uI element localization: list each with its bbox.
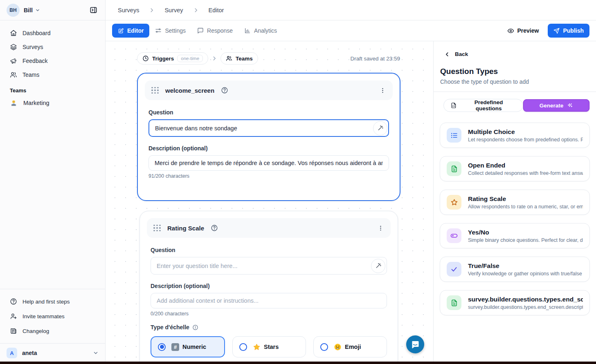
sidebar-item-label: Invite teammates <box>22 313 65 319</box>
question-type-multiple-choice[interactable]: Multiple Choice Let respondents choose f… <box>440 123 590 148</box>
preview-button[interactable]: Preview <box>507 27 539 34</box>
sidebar-item-feedback[interactable]: Feedback <box>4 54 101 68</box>
sidebar-item-label: Changelog <box>22 328 49 334</box>
scale-type-options: # Numeric Stars <box>151 336 387 357</box>
eye-icon <box>507 27 514 34</box>
question-type-open-ended[interactable]: Open Ended Collect detailed responses wi… <box>440 156 590 181</box>
question-label: Question <box>148 109 389 116</box>
question-type-title: Yes/No <box>468 229 583 236</box>
breadcrumb-editor[interactable]: Editor <box>209 7 224 13</box>
message-square-icon <box>197 27 204 34</box>
question-type-description: Let respondents choose from predefined o… <box>468 137 583 143</box>
magic-wand-button[interactable] <box>371 259 385 273</box>
predefined-questions-button[interactable]: Predefined questions <box>443 99 523 112</box>
tab-response[interactable]: Response <box>191 24 238 38</box>
publish-button[interactable]: Publish <box>548 24 589 38</box>
description-label: Description (optional) <box>148 145 389 152</box>
file-text-icon <box>450 102 457 109</box>
question-input[interactable] <box>148 119 389 137</box>
sidebar-item-label: Dashboard <box>22 30 51 36</box>
back-button[interactable]: Back <box>444 51 596 57</box>
triggers-pill[interactable]: Triggers one-time <box>137 52 208 65</box>
card-title: Rating Scale <box>167 225 204 232</box>
star-icon <box>447 195 461 210</box>
sidebar-item-dashboard[interactable]: Dashboard <box>4 26 101 40</box>
chevron-right-icon <box>149 7 155 13</box>
tab-settings[interactable]: Settings <box>149 24 191 38</box>
panel-title: Question Types <box>440 67 589 76</box>
sidebar-item-label: Teams <box>22 71 39 78</box>
question-type-description: Allow respondents to rate on a numeric, … <box>468 204 583 210</box>
triggers-label: Triggers <box>152 56 174 62</box>
scale-option-stars[interactable]: Stars <box>232 336 306 357</box>
file-text-icon <box>447 295 461 310</box>
bottom-edge-bar <box>0 362 596 364</box>
description-label: Description (optional) <box>151 283 387 289</box>
drag-handle-icon[interactable] <box>153 225 161 232</box>
predefined-label: Predefined questions <box>461 99 516 112</box>
option-label: Stars <box>264 344 279 350</box>
scale-option-numeric[interactable]: # Numeric <box>151 336 225 357</box>
pencil-square-icon <box>118 28 124 34</box>
magic-wand-button[interactable] <box>373 121 387 135</box>
trigger-type-badge: one-time <box>177 55 203 62</box>
sidebar-item-changelog[interactable]: Changelog <box>4 324 101 338</box>
survey-toolbar: Editor Settings Response Analytics <box>106 20 596 41</box>
char-count: 0/200 characters <box>151 311 387 317</box>
scale-option-emoji[interactable]: Emoji <box>313 336 387 357</box>
card-menu-button[interactable] <box>377 225 384 232</box>
question-type-description: Verify knowledge or gather opinions with… <box>468 271 583 277</box>
question-type-true-false[interactable]: True/False Verify knowledge or gather op… <box>440 257 590 282</box>
sidebar-item-label: Feedback <box>22 58 47 64</box>
question-type-description: survey.builder.questions.types.end_scree… <box>468 304 583 310</box>
tab-editor[interactable]: Editor <box>112 24 149 38</box>
card-menu-button[interactable] <box>379 87 386 94</box>
option-label: Emoji <box>345 344 361 350</box>
generate-button[interactable]: Generate <box>523 99 589 112</box>
teams-pill[interactable]: Teams <box>220 52 258 65</box>
app-root: BH Bill Dashboard <box>0 0 596 364</box>
drag-handle-icon[interactable] <box>151 87 159 94</box>
question-type-end-screen[interactable]: survey.builder.questions.types.end_scr..… <box>440 290 590 315</box>
description-input[interactable] <box>151 293 387 308</box>
user-avatar[interactable]: BH <box>7 4 20 17</box>
info-icon[interactable] <box>192 324 198 331</box>
chevron-down-icon <box>93 350 99 356</box>
question-type-rating-scale[interactable]: Rating Scale Allow respondents to rate o… <box>440 190 590 215</box>
sidebar-item-marketing[interactable]: Marketing <box>0 96 105 110</box>
sidebar-item-invite[interactable]: Invite teammates <box>4 309 101 324</box>
list-icon <box>447 128 461 143</box>
newspaper-icon <box>10 327 17 335</box>
question-card-welcome[interactable]: welcome_screen Question <box>137 73 400 201</box>
org-name: aneta <box>22 350 93 356</box>
chat-bubble-icon <box>410 339 420 349</box>
teams-label: Teams <box>236 56 253 62</box>
sliders-icon <box>155 27 162 34</box>
breadcrumb-survey[interactable]: Survey <box>164 7 183 13</box>
help-circle-icon[interactable] <box>221 87 228 94</box>
breadcrumb-surveys[interactable]: Surveys <box>118 7 139 13</box>
sidebar-item-help[interactable]: Help and first steps <box>4 294 101 309</box>
clock-icon <box>142 55 149 62</box>
question-type-yes-no[interactable]: Yes/No Simple binary choice questions. P… <box>440 223 590 248</box>
chat-widget-button[interactable] <box>406 335 424 353</box>
chevron-left-icon <box>444 51 450 57</box>
help-circle-icon[interactable] <box>211 224 218 232</box>
question-type-title: survey.builder.questions.types.end_scr..… <box>468 296 583 303</box>
toggle-icon <box>447 228 461 243</box>
tab-analytics[interactable]: Analytics <box>238 24 283 38</box>
question-input[interactable] <box>151 257 387 275</box>
sidebar-collapse-button[interactable] <box>87 4 99 16</box>
org-switcher[interactable]: A aneta <box>0 343 105 364</box>
preview-label: Preview <box>517 27 539 34</box>
publish-label: Publish <box>563 27 584 34</box>
question-type-description: Simple binary choice questions. Perfect … <box>468 237 583 243</box>
technologist-emoji-icon <box>10 99 18 107</box>
question-types-panel: Back Question Types Choose the type of q… <box>433 41 596 364</box>
sidebar-item-surveys[interactable]: Surveys <box>4 40 101 54</box>
sidebar-item-teams[interactable]: Teams <box>4 68 101 82</box>
question-card-rating[interactable]: Rating Scale Question <box>139 211 398 364</box>
description-input[interactable] <box>148 155 389 171</box>
user-menu[interactable]: Bill <box>24 7 40 13</box>
sidebar-nav: Dashboard Surveys Feedback Teams <box>0 20 105 82</box>
